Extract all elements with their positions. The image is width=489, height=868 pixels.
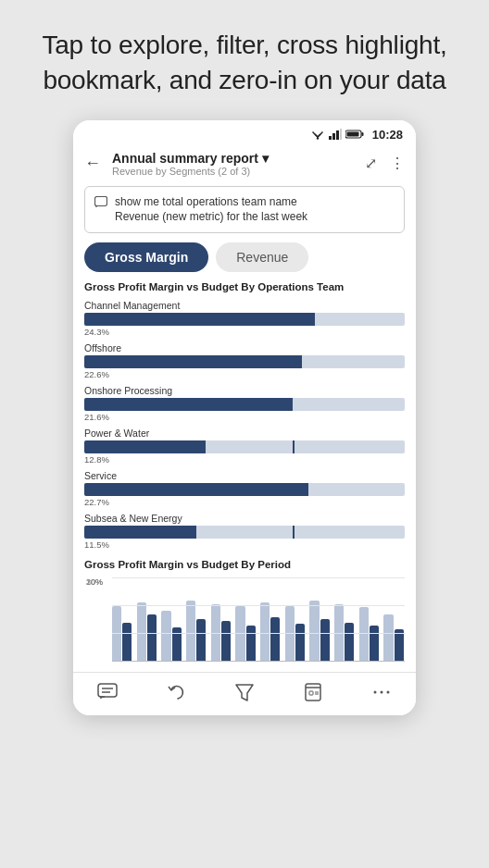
col-group[interactable] [186,601,207,661]
phone-frame: 10:28 ← Annual summary report ▾ Revenue … [73,120,416,716]
column-chart [112,577,405,661]
bar-track [84,355,405,368]
expand-icon[interactable]: ⤢ [365,155,377,172]
more-options-icon[interactable]: ⋮ [390,155,405,172]
tab-bar: Gross Margin Revenue [84,242,405,272]
col-group[interactable] [137,602,158,661]
chat-icon [94,196,107,212]
bar-track [84,313,405,326]
col-group[interactable] [211,604,232,661]
col-group[interactable] [161,611,182,661]
nav-chat[interactable] [97,683,118,701]
col-group[interactable] [285,606,307,661]
y-label-10: 10% [86,577,103,587]
bar-label: Service [84,470,405,481]
svg-rect-9 [346,132,358,137]
col-group[interactable] [235,606,257,661]
nav-more[interactable] [371,682,392,702]
bar-row[interactable]: Power & Water 12.8% [84,428,405,465]
chart2-title: Gross Profit Margin vs Budget By Period [84,559,405,570]
col-bar-dark [147,614,157,661]
bottom-nav [73,672,416,715]
col-bar-dark [270,617,280,661]
app-outer: Tap to explore, filter, cross highlight,… [0,0,489,868]
svg-rect-3 [329,136,332,140]
nav-undo[interactable] [166,682,186,702]
bar-value: 12.8% [84,454,405,465]
col-bar-dark [246,626,256,661]
bar-value: 24.3% [84,327,405,337]
nav-bookmark[interactable] [303,682,323,702]
svg-point-20 [374,691,377,694]
status-bar: 10:28 [73,120,416,145]
bar-value: 21.6% [84,412,405,422]
col-group[interactable] [383,614,405,661]
bar-fill [84,355,302,368]
header-subtitle: Revenue by Segments (2 of 3) [112,166,357,177]
bar-row[interactable]: Onshore Processing 21.6% [84,385,405,422]
col-bar-light [260,602,270,661]
col-group[interactable] [359,607,381,661]
col-bar-light [309,601,319,661]
col-bar-dark [295,624,305,661]
svg-rect-10 [95,196,107,205]
status-icons [310,129,364,140]
bar-label: Offshore [84,342,405,353]
col-bar-light [137,602,146,661]
bar-track [84,483,405,496]
svg-point-2 [317,137,319,139]
svg-rect-5 [336,130,339,140]
col-bar-light [334,604,344,661]
tab-revenue[interactable]: Revenue [216,242,308,272]
tab-gross-margin[interactable]: Gross Margin [84,242,208,272]
dropdown-icon[interactable]: ▾ [262,151,269,166]
bar-row[interactable]: Offshore 22.6% [84,342,405,379]
bar-track [84,440,405,453]
col-bar-light [112,606,121,661]
search-box[interactable]: show me total operations team name Reven… [84,186,405,234]
col-bar-dark [172,627,182,661]
chart1-title: Gross Profit Margin vs Budget By Operati… [84,281,405,292]
bar-fill [84,526,196,539]
bar-value: 11.5% [84,539,405,550]
svg-point-22 [387,691,390,694]
search-query-text: show me total operations team name Reven… [115,194,307,226]
bar-row[interactable]: Channel Management 24.3% [84,300,405,337]
bar-row[interactable]: Subsea & New Energy 11.5% [84,513,405,550]
bar-track [84,526,405,539]
status-time: 10:28 [372,128,403,142]
col-bar-dark [395,629,404,661]
col-bar-dark [122,623,132,661]
bar-row[interactable]: Service 22.7% [84,470,405,507]
col-group[interactable] [112,606,133,661]
col-bar-light [359,607,369,661]
svg-rect-6 [340,129,342,140]
signal-icon [329,129,342,140]
bar-label: Subsea & New Energy [84,513,405,524]
bar-label: Power & Water [84,428,405,439]
svg-marker-14 [236,685,253,701]
nav-filter[interactable] [234,682,255,702]
bar-label: Channel Management [84,300,405,311]
header-title: Annual summary report ▾ [112,151,357,166]
col-group[interactable] [260,602,282,661]
chart1-section: Gross Profit Margin vs Budget By Operati… [73,281,416,672]
col-bar-light [285,606,295,661]
bar-value: 22.7% [84,497,405,507]
header-actions: ⤢ ⋮ [365,155,405,172]
col-bar-dark [370,626,379,661]
col-bar-light [211,604,220,661]
svg-rect-11 [98,684,117,697]
col-bar-dark [345,623,354,661]
col-bar-light [161,611,170,661]
back-button[interactable]: ← [84,154,101,173]
col-group[interactable] [334,604,356,661]
header-title-block: Annual summary report ▾ Revenue by Segme… [112,151,357,177]
col-bar-light [235,606,244,661]
bar-value: 22.6% [84,369,405,379]
col-group[interactable] [309,601,331,661]
column-chart-wrapper: 30% 20% 10% [112,577,405,661]
col-bar-dark [196,619,206,661]
bar-chart: Channel Management 24.3% Offshore 22.6% … [84,300,405,550]
svg-rect-4 [332,133,335,140]
